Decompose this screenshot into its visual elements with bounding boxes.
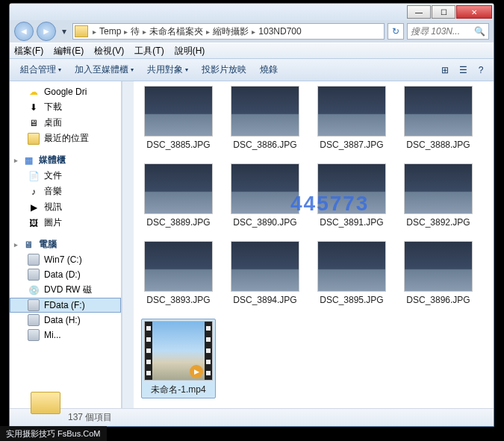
file-name: DSC_3887.JPG xyxy=(320,140,383,150)
file-name: DSC_3891.JPG xyxy=(320,217,383,228)
details-pane: 137 個項目 xyxy=(10,408,494,426)
file-thumbnail[interactable]: DSC_3895.JPG xyxy=(314,241,389,305)
file-thumbnail[interactable]: DSC_3888.JPG xyxy=(401,86,476,150)
file-thumbnail[interactable]: DSC_3887.JPG xyxy=(314,86,389,150)
burn-button[interactable]: 燒錄 xyxy=(254,61,284,78)
image-thumbnail xyxy=(144,241,213,292)
file-thumbnail-video[interactable]: ▶未命名-1.mp4 xyxy=(141,319,216,398)
nav-history-dropdown[interactable]: ▾ xyxy=(59,25,69,38)
forward-button[interactable]: ► xyxy=(37,22,56,41)
include-library-button[interactable]: 加入至媒體櫃▾ xyxy=(69,61,140,78)
file-name: DSC_3886.JPG xyxy=(233,140,296,150)
nav-drive-h[interactable]: Data (H:) xyxy=(10,313,121,328)
file-name: DSC_3892.JPG xyxy=(406,217,470,228)
menu-tools[interactable]: 工具(T) xyxy=(134,45,164,57)
menu-bar: 檔案(F) 編輯(E) 檢視(V) 工具(T) 說明(H) xyxy=(10,43,494,59)
menu-edit[interactable]: 編輯(E) xyxy=(54,45,84,57)
file-thumbnail[interactable]: DSC_3892.JPG xyxy=(401,163,476,228)
file-thumbnail[interactable]: DSC_3890.JPG xyxy=(228,163,302,228)
search-icon[interactable]: 🔍 xyxy=(474,26,485,37)
folder-large-icon xyxy=(31,392,60,417)
cloud-icon: ☁ xyxy=(28,86,40,98)
music-icon: ♪ xyxy=(28,186,40,198)
file-name: 未命名-1.mp4 xyxy=(151,384,205,396)
nav-pictures[interactable]: 🖼圖片 xyxy=(10,215,121,231)
nav-google-drive[interactable]: ☁Google Dri xyxy=(10,84,121,99)
drive-icon xyxy=(28,299,40,311)
crumb-unnamed[interactable]: 未命名檔案夾 xyxy=(149,25,203,38)
minimize-button[interactable]: — xyxy=(407,5,431,19)
folder-icon xyxy=(28,133,40,145)
view-options-button[interactable]: ☰ xyxy=(455,62,471,78)
nav-label: Mi... xyxy=(44,330,61,340)
image-thumbnail xyxy=(144,86,213,137)
share-button[interactable]: 共用對象▾ xyxy=(141,61,194,78)
nav-drive-d[interactable]: Data (D:) xyxy=(10,267,121,282)
search-box[interactable]: 🔍 xyxy=(407,23,489,40)
file-name: DSC_3895.JPG xyxy=(320,295,383,305)
crumb-pending[interactable]: 待 xyxy=(131,25,140,38)
file-name: DSC_3889.JPG xyxy=(146,217,210,228)
chevron-down-icon: ▾ xyxy=(131,66,134,73)
chevron-down-icon: ▾ xyxy=(185,66,188,73)
file-thumbnail[interactable]: DSC_3896.JPG xyxy=(401,241,476,305)
help-button[interactable]: ? xyxy=(473,62,489,78)
nav-head-label: 電腦 xyxy=(39,238,57,251)
preview-pane-button[interactable]: ⊞ xyxy=(437,62,453,78)
navpane-scrollbar[interactable] xyxy=(122,81,134,408)
menu-view[interactable]: 檢視(V) xyxy=(94,45,124,57)
back-button[interactable]: ◄ xyxy=(14,22,34,41)
menu-file[interactable]: 檔案(F) xyxy=(14,45,43,57)
slideshow-button[interactable]: 投影片放映 xyxy=(196,61,252,78)
file-name: DSC_3894.JPG xyxy=(233,295,296,305)
menu-help[interactable]: 說明(H) xyxy=(175,45,205,57)
nav-label: Google Dri xyxy=(44,87,87,97)
refresh-button[interactable]: ↻ xyxy=(388,23,404,40)
image-thumbnail xyxy=(144,163,213,214)
nav-music[interactable]: ♪音樂 xyxy=(10,184,121,199)
nav-head-label: 媒體櫃 xyxy=(39,154,66,166)
organize-button[interactable]: 組合管理▾ xyxy=(14,61,67,78)
breadcrumb[interactable]: ▸ Temp ▸ 待 ▸ 未命名檔案夾 ▸ 縮時攝影 ▸ 103ND700 xyxy=(72,23,385,40)
nav-drive-other[interactable]: Mi... xyxy=(10,328,121,343)
nav-drive-f[interactable]: FData (F:) xyxy=(10,298,121,313)
nav-videos[interactable]: ▶視訊 xyxy=(10,199,121,215)
file-thumbnail[interactable]: DSC_3886.JPG xyxy=(228,86,302,150)
file-thumbnail[interactable]: DSC_3891.JPG xyxy=(314,163,389,228)
search-input[interactable] xyxy=(411,26,474,37)
chevron-right-icon[interactable]: ▸ xyxy=(249,28,258,36)
nav-label: 視訊 xyxy=(44,201,62,213)
chevron-right-icon[interactable]: ▸ xyxy=(90,28,99,36)
close-button[interactable]: ✕ xyxy=(456,5,492,19)
nav-desktop[interactable]: 🖥桌面 xyxy=(10,115,121,131)
folder-icon xyxy=(75,25,88,37)
file-thumbnail[interactable]: DSC_3893.JPG xyxy=(141,241,216,305)
image-thumbnail xyxy=(231,86,299,137)
nav-label: 圖片 xyxy=(44,216,62,229)
nav-downloads[interactable]: ⬇下載 xyxy=(10,99,121,115)
nav-dvd-rw[interactable]: 💿DVD RW 磁 xyxy=(10,282,121,298)
image-thumbnail xyxy=(317,86,386,137)
maximize-button[interactable]: ☐ xyxy=(432,5,455,19)
file-thumbnail[interactable]: DSC_3889.JPG xyxy=(141,163,216,228)
nav-computer-header[interactable]: 🖥電腦 xyxy=(10,237,121,252)
nav-label: Data (D:) xyxy=(44,269,81,280)
nav-drive-c[interactable]: Win7 (C:) xyxy=(10,252,121,267)
dvd-icon: 💿 xyxy=(28,284,40,296)
chevron-right-icon[interactable]: ▸ xyxy=(203,28,213,36)
drive-icon xyxy=(28,329,40,341)
crumb-temp[interactable]: Temp xyxy=(99,26,121,37)
item-count: 137 個項目 xyxy=(68,411,112,424)
chevron-right-icon[interactable]: ▸ xyxy=(140,28,149,36)
crumb-timelapse[interactable]: 縮時攝影 xyxy=(213,25,249,38)
chevron-right-icon[interactable]: ▸ xyxy=(121,28,131,36)
nav-libraries-header[interactable]: ▦媒體櫃 xyxy=(10,152,121,168)
image-thumbnail xyxy=(404,241,473,292)
nav-documents[interactable]: 📄文件 xyxy=(10,168,121,184)
file-thumbnail[interactable]: DSC_3894.JPG xyxy=(228,241,302,305)
file-thumbnail[interactable]: DSC_3885.JPG xyxy=(141,86,216,150)
image-thumbnail xyxy=(231,241,299,292)
crumb-current[interactable]: 103ND700 xyxy=(258,26,301,37)
file-list[interactable]: DSC_3885.JPGDSC_3886.JPGDSC_3887.JPGDSC_… xyxy=(134,81,494,408)
nav-recent[interactable]: 最近的位置 xyxy=(10,131,121,146)
